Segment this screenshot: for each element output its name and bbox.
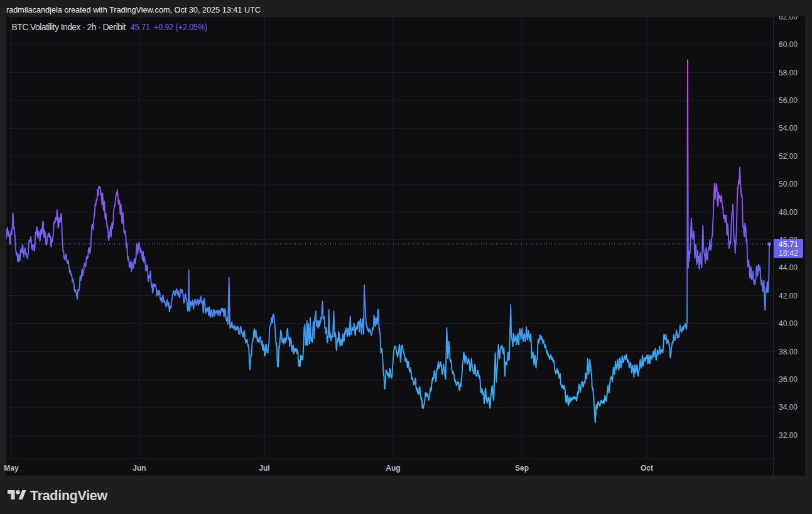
svg-text:52.00: 52.00 — [779, 152, 798, 161]
svg-text:44.00: 44.00 — [779, 263, 798, 272]
svg-text:BTC Volatility Index · 2h · De: BTC Volatility Index · 2h · Deribit — [12, 22, 126, 32]
svg-text:42.00: 42.00 — [779, 292, 798, 300]
svg-text:Aug: Aug — [386, 464, 400, 473]
svg-text:Oct: Oct — [641, 464, 653, 473]
svg-text:radmilacandjela created with T: radmilacandjela created with TradingView… — [6, 5, 261, 14]
svg-text:60.00: 60.00 — [779, 40, 798, 49]
svg-text:34.00: 34.00 — [779, 403, 798, 412]
svg-text:45.71: 45.71 — [779, 240, 798, 249]
svg-text:40.00: 40.00 — [779, 319, 798, 328]
svg-text:Jul: Jul — [259, 464, 269, 473]
svg-text:48.00: 48.00 — [779, 208, 798, 217]
svg-text:58.00: 58.00 — [779, 68, 798, 77]
svg-text:18:42: 18:42 — [779, 249, 798, 258]
svg-text:Jun: Jun — [133, 464, 146, 473]
svg-text:45.71 +0.92 (+2.05%): 45.71 +0.92 (+2.05%) — [131, 22, 207, 32]
svg-text:54.00: 54.00 — [779, 124, 798, 133]
svg-text:TradingView: TradingView — [30, 488, 108, 503]
svg-text:32.00: 32.00 — [779, 431, 798, 440]
svg-text:Sep: Sep — [515, 464, 529, 473]
svg-text:36.00: 36.00 — [779, 375, 798, 384]
svg-text:50.00: 50.00 — [779, 180, 798, 189]
svg-text:56.00: 56.00 — [779, 96, 798, 105]
svg-text:38.00: 38.00 — [779, 347, 798, 356]
svg-text:May: May — [4, 464, 19, 473]
